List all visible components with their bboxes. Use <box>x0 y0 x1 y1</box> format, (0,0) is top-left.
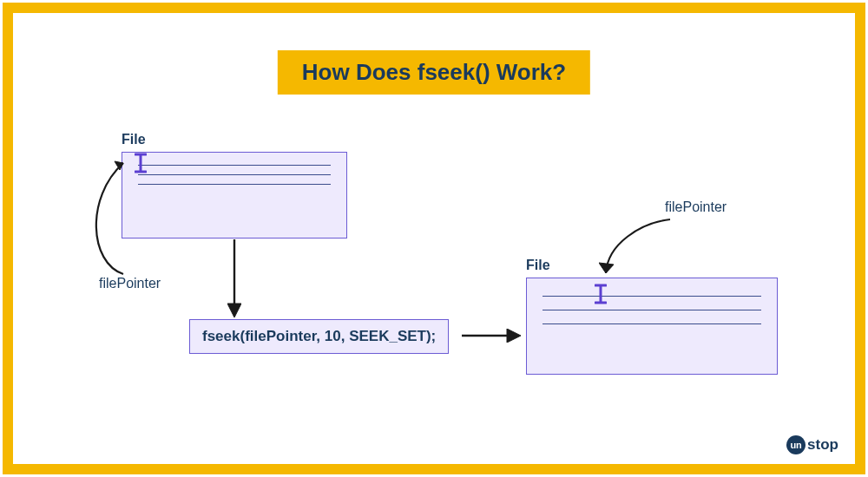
file-box-after <box>526 278 778 375</box>
file1-line2 <box>138 174 331 175</box>
file2-line1 <box>542 296 761 297</box>
file2-label: File <box>526 258 550 273</box>
arrow-ptr1-to-cursor <box>85 154 146 280</box>
logo-circle: un <box>786 435 806 454</box>
file1-line3 <box>138 184 331 185</box>
file2-pointer-label: filePointer <box>665 199 727 215</box>
file2-line3 <box>542 323 761 324</box>
title-text: How Does fseek() Work? <box>302 59 566 85</box>
code-text: fseek(filePointer, 10, SEEK_SET); <box>202 328 436 344</box>
file-box-before <box>122 152 347 238</box>
logo: un stop <box>786 435 838 454</box>
code-box: fseek(filePointer, 10, SEEK_SET); <box>189 319 449 354</box>
arrow-file1-to-code <box>227 239 241 319</box>
arrow-code-to-file2 <box>462 329 523 343</box>
title-badge: How Does fseek() Work? <box>278 50 590 95</box>
diagram-canvas: How Does fseek() Work? File filePointer … <box>0 0 868 477</box>
logo-text: stop <box>807 436 838 454</box>
logo-circle-text: un <box>790 440 801 450</box>
file1-line1 <box>138 165 331 166</box>
file2-line2 <box>542 310 761 310</box>
arrow-ptr2-to-cursor <box>599 218 677 287</box>
file1-label: File <box>122 132 146 147</box>
